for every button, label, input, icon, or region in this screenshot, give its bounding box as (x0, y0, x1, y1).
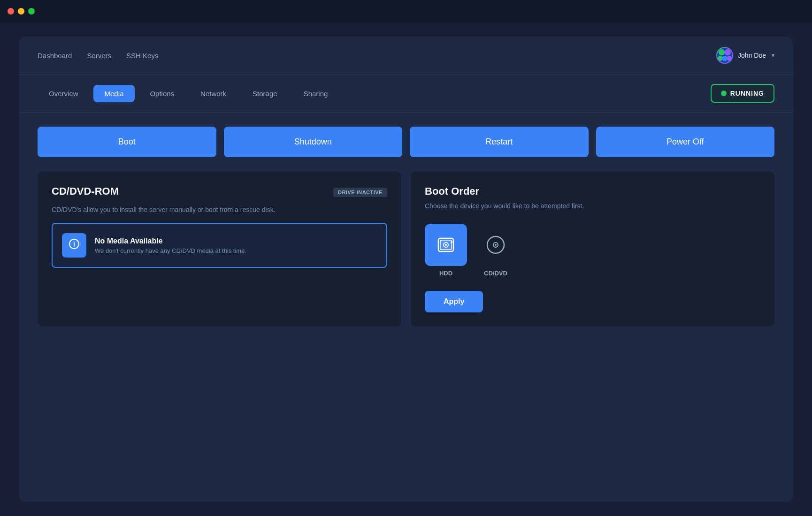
tabs-list: Overview Media Options Network Storage S… (38, 85, 339, 102)
tab-storage[interactable]: Storage (241, 85, 289, 102)
maximize-button[interactable] (28, 8, 35, 15)
cdvd-panel-header: CD/DVD-ROM DRIVE INACTIVE (52, 185, 387, 199)
cdvd-description: CD/DVD's allow you to install the server… (52, 206, 387, 213)
boot-device-cdvd[interactable]: CD/DVD (475, 224, 517, 277)
nav-link-ssh-keys[interactable]: SSH Keys (126, 52, 158, 60)
traffic-lights (8, 8, 35, 15)
boot-order-panel: Boot Order Choose the device you would l… (411, 171, 774, 326)
restart-button[interactable]: Restart (410, 127, 589, 157)
hdd-label: HDD (439, 270, 452, 277)
svg-point-6 (445, 244, 447, 246)
svg-point-12 (495, 244, 497, 246)
action-buttons: Boot Shutdown Restart Power Off (38, 127, 774, 157)
user-area[interactable]: John Doe ▾ (716, 47, 774, 64)
tab-media[interactable]: Media (93, 85, 135, 102)
nav-links: Dashboard Servers SSH Keys (38, 52, 158, 60)
info-icon (69, 238, 80, 252)
close-button[interactable] (8, 8, 14, 15)
tabs-section: Overview Media Options Network Storage S… (19, 75, 793, 113)
user-name: John Doe (738, 52, 766, 59)
hdd-icon-box (425, 224, 467, 266)
no-media-box: No Media Available We don't currently ha… (52, 223, 387, 268)
power-off-button[interactable]: Power Off (596, 127, 775, 157)
app-wrapper: Dashboard Servers SSH Keys John Doe ▾ Ov… (0, 23, 812, 516)
no-media-title: No Media Available (95, 237, 246, 245)
status-text: RUNNING (730, 90, 764, 97)
title-bar (0, 0, 812, 23)
cdvd-device-icon-box (475, 224, 517, 266)
tab-network[interactable]: Network (189, 85, 237, 102)
no-media-text: No Media Available We don't currently ha… (95, 237, 246, 254)
no-media-desc: We don't currently have any CD/DVD media… (95, 247, 246, 254)
boot-button[interactable]: Boot (38, 127, 216, 157)
avatar (716, 47, 733, 64)
boot-devices: HDD CD/ (425, 224, 760, 277)
minimize-button[interactable] (18, 8, 24, 15)
cdvd-panel-title: CD/DVD-ROM (52, 185, 119, 197)
boot-order-title: Boot Order (425, 185, 760, 197)
apply-button[interactable]: Apply (425, 291, 483, 312)
nav-link-dashboard[interactable]: Dashboard (38, 52, 72, 60)
nav-bar: Dashboard Servers SSH Keys John Doe ▾ (19, 37, 793, 75)
cdvd-device-label: CD/DVD (484, 270, 507, 277)
boot-device-hdd[interactable]: HDD (425, 224, 467, 277)
drive-inactive-badge: DRIVE INACTIVE (333, 188, 387, 197)
panels-row: CD/DVD-ROM DRIVE INACTIVE CD/DVD's allow… (38, 171, 774, 326)
user-dropdown-arrow: ▾ (772, 52, 774, 59)
tab-sharing[interactable]: Sharing (292, 85, 339, 102)
tab-overview[interactable]: Overview (38, 85, 90, 102)
main-container: Dashboard Servers SSH Keys John Doe ▾ Ov… (19, 37, 793, 502)
shutdown-button[interactable]: Shutdown (224, 127, 403, 157)
boot-order-description: Choose the device you would like to be a… (425, 202, 760, 210)
content-area: Boot Shutdown Restart Power Off CD/DVD-R… (19, 113, 793, 502)
status-badge: RUNNING (711, 84, 774, 103)
tab-options[interactable]: Options (138, 85, 185, 102)
status-dot (721, 91, 727, 96)
no-media-icon-box (62, 233, 86, 258)
cdvd-panel: CD/DVD-ROM DRIVE INACTIVE CD/DVD's allow… (38, 171, 401, 326)
svg-point-9 (451, 241, 452, 243)
nav-link-servers[interactable]: Servers (87, 52, 111, 60)
